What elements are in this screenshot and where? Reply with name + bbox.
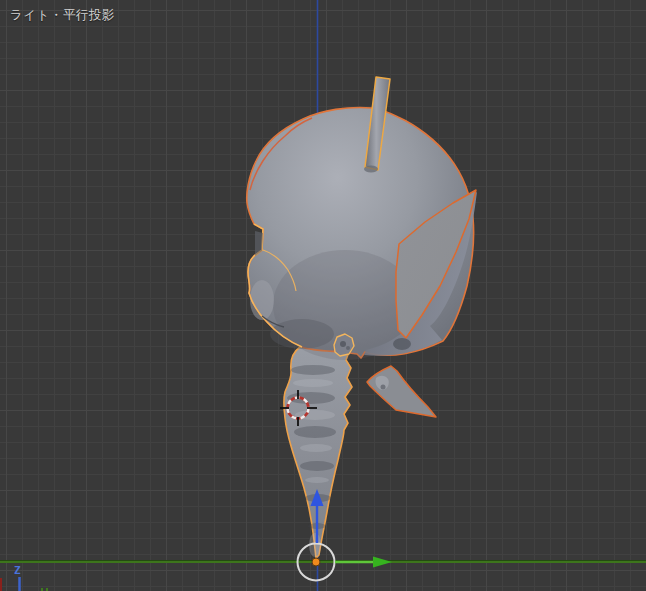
mini-axis-z-label: Z	[14, 564, 21, 577]
ear-detail-dot-2	[346, 346, 350, 350]
viewport-3d[interactable]: ライト・平行投影	[0, 0, 646, 591]
blade-root-shadow	[393, 338, 411, 350]
mini-axis-widget: Z	[1, 564, 47, 591]
character-model[interactable]	[247, 77, 477, 558]
hair-strand-silhouette[interactable]	[367, 366, 436, 417]
hair-strand-piece[interactable]	[367, 366, 436, 417]
model-head[interactable]	[247, 107, 477, 360]
muzzle-highlight	[250, 280, 274, 320]
gizmo-y-arrow-head[interactable]	[373, 557, 392, 568]
hair-strand-dot	[381, 385, 386, 390]
object-origin-dot	[312, 558, 320, 566]
antenna-root-shadow	[364, 166, 378, 173]
scene-canvas: Z	[0, 0, 646, 591]
ear-detail-dot	[340, 341, 346, 347]
